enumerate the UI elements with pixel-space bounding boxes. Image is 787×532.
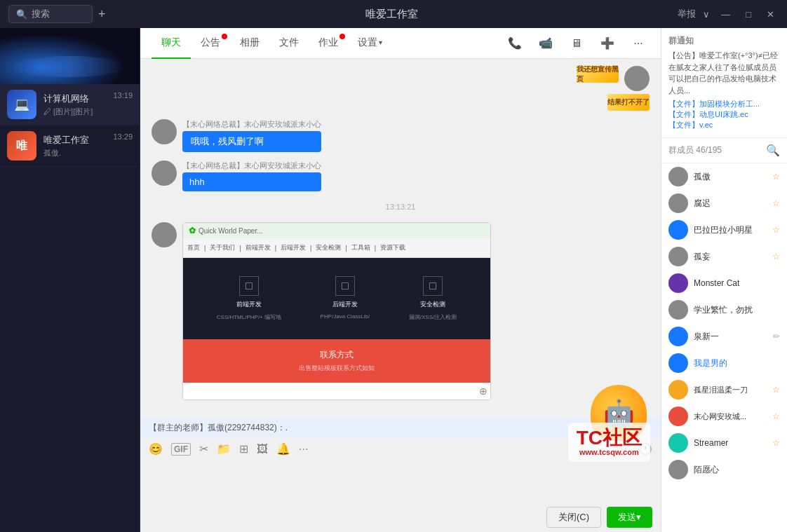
maximize-button[interactable]: □	[741, 8, 755, 21]
banner-bubble: 我还想宣传黑页	[577, 66, 619, 83]
file-item[interactable]: 【文件】v.ec	[668, 120, 780, 130]
message-bubble: 哦哦，残风删了啊	[182, 131, 321, 152]
member-name: 腐迟	[694, 198, 767, 210]
notice-badge	[222, 34, 227, 39]
list-item[interactable]: 巴拉巴拉小明星 ☆	[661, 217, 787, 243]
list-item[interactable]: Streamer ☆	[661, 430, 787, 456]
minimize-button[interactable]: —	[717, 8, 734, 21]
message-row: 【末心网络总裁】末心网安玫城派末小心 哦哦，残风删了啊	[152, 119, 650, 152]
chat-header: 聊天 公告 相册 文件 作业	[140, 28, 661, 59]
card-sub: CSS/HTML/PHP/+ 编写地	[217, 313, 281, 321]
member-name: Monster Cat	[694, 278, 780, 288]
sidebar-item-wuai[interactable]: 唯 唯爱工作室 孤傲. 13:29	[0, 125, 140, 167]
close-button[interactable]: 关闭(C)	[546, 507, 601, 528]
member-name: 孤星泪温柔一刀	[694, 385, 767, 395]
tab-notice[interactable]: 公告	[191, 28, 230, 59]
chat-header-actions: 📞 📹 🖥 ➕ ···	[504, 32, 650, 55]
more-icon[interactable]: ···	[627, 32, 650, 55]
mention-text: 【群主的老师】孤傲(2292744832)：.	[149, 423, 288, 432]
report-button[interactable]: 举报	[678, 8, 696, 20]
input-mention-bar: 【群主的老师】孤傲(2292744832)：.	[140, 418, 661, 438]
list-item[interactable]: 孤妄 ☆	[661, 243, 787, 270]
timestamp: 13:13:21	[152, 203, 650, 211]
tab-homework[interactable]: 作业	[309, 28, 348, 59]
list-item[interactable]: 学业繁忙，勿扰	[661, 296, 787, 323]
list-item[interactable]: Monster Cat	[661, 270, 787, 296]
file-item[interactable]: 【文件】加固模块分析工...	[668, 99, 780, 109]
search-placeholder: 搜索	[32, 8, 50, 20]
avatar	[152, 222, 177, 247]
tab-settings[interactable]: 设置 ▾	[348, 28, 392, 59]
avatar	[668, 327, 688, 346]
avatar	[668, 220, 688, 240]
tab-chat[interactable]: 聊天	[152, 28, 191, 59]
member-name: 末心网安玫城...	[694, 411, 767, 422]
message-row-screenshot: ✿ Quick World Paper... 首页 | 关于我们 | 前端开发 …	[152, 222, 650, 400]
screenshot-footer: 联系方式 出售整站模板联系方式如知	[183, 339, 490, 383]
card-icon: □	[335, 276, 355, 296]
message-sender: 【末心网络总裁】末心网安玫城派末小心	[182, 161, 321, 171]
image-icon[interactable]: 🖼	[257, 443, 268, 456]
send-button[interactable]: 发送▾	[607, 507, 652, 528]
file-item[interactable]: 【文件】动息UI床跳.ec	[668, 109, 780, 120]
homework-badge	[339, 34, 345, 39]
close-button[interactable]: ✕	[762, 8, 779, 21]
gif-icon[interactable]: GIF	[171, 443, 191, 456]
more-toolbar-icon[interactable]: ···	[299, 443, 308, 456]
sidebar-item-info: 唯爱工作室 孤傲.	[43, 134, 106, 158]
clock-icon[interactable]: 🕐	[638, 442, 652, 456]
file-list: 【文件】加固模块分析工... 【文件】动息UI床跳.ec 【文件】v.ec	[668, 99, 780, 130]
add-screenshot-button[interactable]: ⊕	[479, 386, 487, 397]
folder-icon[interactable]: 📁	[217, 442, 231, 456]
card-sub: 漏洞/XSS/注入检测	[409, 313, 457, 321]
search-box[interactable]: 🔍 搜索	[8, 5, 93, 23]
bell-icon[interactable]: 🔔	[276, 442, 290, 456]
phone-icon[interactable]: 📞	[504, 32, 526, 55]
star-icon: ☆	[772, 438, 780, 448]
sidebar-item-info: 计算机网络 🖊 [图片][图片]	[43, 93, 106, 117]
card-title: 前端开发	[236, 300, 262, 309]
star-icon: ☆	[772, 198, 780, 208]
grid-icon[interactable]: ⊞	[239, 442, 248, 456]
tab-files[interactable]: 文件	[269, 28, 309, 59]
message-row: 结果打不开了	[152, 94, 650, 111]
title-bar-left: 🔍 搜索 +	[8, 5, 106, 23]
screenshot-actions: ⊕	[183, 383, 490, 400]
add-button[interactable]: +	[98, 7, 106, 22]
list-item[interactable]: 我是男的	[661, 350, 787, 376]
list-item[interactable]: 腐迟 ☆	[661, 190, 787, 217]
avatar	[668, 247, 688, 266]
title-bar-right: 举报 ∨ — □ ✕	[678, 8, 779, 21]
list-item[interactable]: 孤星泪温柔一刀 ☆	[661, 376, 787, 403]
sidebar-item-computer-network[interactable]: 💻 计算机网络 🖊 [图片][图片] 13:19	[0, 84, 140, 125]
edit-icon: ✏	[773, 332, 780, 341]
emoji-icon[interactable]: 😊	[149, 442, 163, 456]
members-title: 群成员 46/195	[668, 144, 722, 156]
card-title: 后端开发	[332, 300, 358, 309]
message-bubble: hhh	[182, 172, 321, 191]
tab-album[interactable]: 相册	[230, 28, 269, 59]
input-box	[140, 461, 661, 503]
add-member-icon[interactable]: ➕	[596, 32, 619, 55]
cut-icon[interactable]: ✂	[199, 442, 208, 456]
browser-nav: 首页 | 关于我们 | 前端开发 | 后端开发 | 安全检测 | 工具箱 |	[183, 238, 490, 258]
screenshot-preview[interactable]: ✿ Quick World Paper... 首页 | 关于我们 | 前端开发 …	[182, 222, 491, 400]
card-sub: PHP/Java ClassLib/	[321, 313, 370, 320]
search-icon: 🔍	[16, 9, 27, 20]
video-icon[interactable]: 📹	[534, 32, 557, 55]
list-item[interactable]: 孤傲 ☆	[661, 163, 787, 190]
member-search-icon[interactable]: 🔍	[766, 144, 780, 157]
messages-area[interactable]: 我还想宣传黑页 结果打不开了 【末心网络总裁】末心网安玫城派末小心 哦哦，残风删…	[140, 59, 661, 418]
members-header: 群成员 46/195 🔍	[661, 138, 787, 163]
list-item[interactable]: 末心网安玫城... ☆	[661, 403, 787, 430]
message-content: 【末心网络总裁】末心网安玫城派末小心 哦哦，残风删了啊	[182, 119, 321, 152]
avatar	[668, 433, 688, 453]
message-input[interactable]	[149, 466, 652, 477]
member-name: Streamer	[694, 438, 767, 448]
screen-icon[interactable]: 🖥	[565, 32, 588, 55]
list-item[interactable]: 陌愿心	[661, 456, 787, 483]
notice-content: 【公告】唯爱工作室(+°3°)≠已经在腻友之家人往了各位腻成员员可以把自己的作品…	[668, 50, 780, 96]
app-title: 唯爱工作室	[365, 8, 418, 21]
avatar	[624, 66, 650, 91]
list-item[interactable]: 泉新一 ✏	[661, 323, 787, 350]
